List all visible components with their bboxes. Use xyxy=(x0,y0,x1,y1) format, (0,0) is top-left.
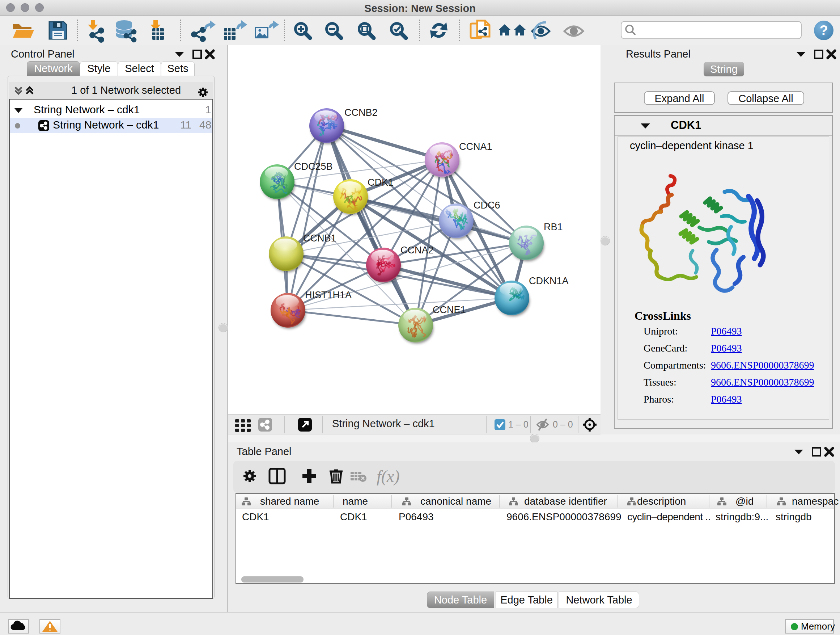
svg-text:1 – 0: 1 – 0 xyxy=(508,419,529,429)
svg-text:CDKN1A: CDKN1A xyxy=(529,276,569,287)
svg-text:CDK1: CDK1 xyxy=(368,177,393,188)
svg-text:HIST1H1A: HIST1H1A xyxy=(305,290,352,301)
svg-text:f(x): f(x) xyxy=(377,467,400,486)
svg-text:CDC6: CDC6 xyxy=(474,200,500,211)
svg-text:CCNA1: CCNA1 xyxy=(459,141,493,152)
svg-text:CCNA2: CCNA2 xyxy=(401,245,434,256)
svg-text:RB1: RB1 xyxy=(544,222,563,233)
svg-text:CCNE1: CCNE1 xyxy=(433,304,466,315)
svg-text:CCNB2: CCNB2 xyxy=(344,107,378,118)
svg-text:CDC25B: CDC25B xyxy=(294,161,333,172)
svg-text:CCNB1: CCNB1 xyxy=(303,233,336,244)
svg-text:0 – 0: 0 – 0 xyxy=(553,419,573,429)
